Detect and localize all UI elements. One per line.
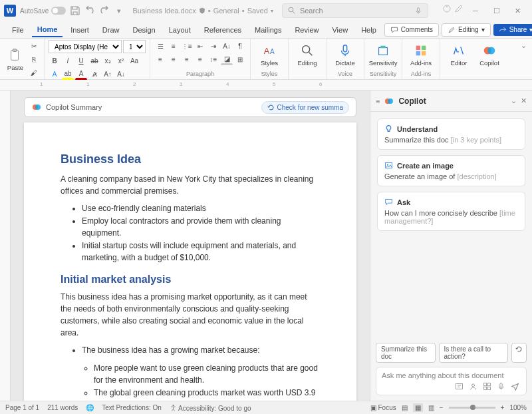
- align-center-button[interactable]: ≡: [168, 53, 180, 65]
- cut-icon[interactable]: ✂: [28, 40, 40, 52]
- show-marks-button[interactable]: ¶: [234, 40, 246, 52]
- persona-icon[interactable]: [469, 382, 477, 391]
- page-count[interactable]: Page 1 of 1: [5, 404, 39, 411]
- zoom-in-button[interactable]: +: [501, 404, 505, 411]
- align-right-button[interactable]: ≡: [181, 53, 193, 65]
- paragraph[interactable]: This business idea has a promising marke…: [61, 291, 320, 339]
- qat-dropdown-icon[interactable]: ▾: [114, 5, 124, 16]
- word-count[interactable]: 211 words: [47, 404, 78, 411]
- shading-button[interactable]: ◪: [221, 53, 233, 65]
- view-read-icon[interactable]: ▦: [413, 403, 423, 412]
- strikethrough-button[interactable]: ab: [88, 55, 100, 67]
- heading-1[interactable]: Business Idea: [61, 152, 320, 166]
- text-predictions[interactable]: Text Predictions: On: [102, 404, 161, 411]
- language-icon[interactable]: 🌐: [86, 404, 94, 411]
- addins-button[interactable]: Add-ins: [406, 42, 436, 68]
- grow-font-button[interactable]: A↑: [102, 68, 114, 80]
- tab-help[interactable]: Help: [356, 23, 382, 37]
- autosave-toggle[interactable]: AutoSave: [20, 7, 66, 15]
- focus-mode[interactable]: ▣ Focus: [370, 404, 396, 411]
- editor-button[interactable]: Editor: [444, 42, 473, 68]
- chip-call-to-action[interactable]: Is there a call to action?: [439, 343, 508, 363]
- document-title[interactable]: Business Idea.docx • General • Saved ▾: [132, 7, 273, 15]
- pencil-icon[interactable]: [454, 3, 464, 14]
- text-effects-button[interactable]: A: [49, 68, 61, 80]
- numbering-button[interactable]: ≡: [168, 40, 180, 52]
- collapse-ribbon-icon[interactable]: ⌄: [515, 39, 532, 79]
- styles-button[interactable]: AA Styles: [255, 42, 284, 68]
- tab-references[interactable]: References: [199, 23, 247, 37]
- tab-insert[interactable]: Insert: [65, 23, 94, 37]
- horizontal-ruler[interactable]: 1123456: [0, 80, 532, 91]
- mic-icon[interactable]: [497, 382, 505, 391]
- document-page[interactable]: Business Idea A cleaning company based i…: [24, 122, 356, 401]
- subscript-button[interactable]: x₂: [102, 55, 114, 67]
- superscript-button[interactable]: x²: [115, 55, 127, 67]
- align-left-button[interactable]: ≡: [154, 53, 166, 65]
- line-spacing-button[interactable]: ↕≡: [207, 53, 219, 65]
- tab-layout[interactable]: Layout: [164, 23, 196, 37]
- heading-2[interactable]: Initial market analysis: [61, 274, 320, 286]
- borders-button[interactable]: ⊞: [234, 53, 246, 65]
- tab-home[interactable]: Home: [32, 23, 63, 37]
- coming-soon-icon[interactable]: [442, 3, 452, 14]
- share-button[interactable]: Share ▾: [493, 24, 532, 36]
- clear-formatting-button[interactable]: A̷: [88, 68, 100, 80]
- editing-button[interactable]: Editing: [293, 42, 322, 68]
- shrink-font-button[interactable]: A↓: [115, 68, 127, 80]
- check-summary-button[interactable]: Check for new summa: [261, 101, 349, 114]
- accessibility-status[interactable]: Accessibility: Good to go: [170, 404, 251, 412]
- tab-file[interactable]: File: [7, 23, 29, 37]
- view-print-icon[interactable]: ▤: [402, 404, 408, 411]
- document-area[interactable]: Copilot Summary Check for new summa Busi…: [11, 91, 370, 401]
- bullets-button[interactable]: ☰: [154, 40, 166, 52]
- zoom-level[interactable]: 100%: [509, 404, 527, 411]
- list-item[interactable]: The business idea has a growing market b…: [82, 344, 320, 357]
- copilot-ribbon-button[interactable]: Copilot: [475, 42, 504, 68]
- paragraph[interactable]: A cleaning company based in New York Cit…: [61, 173, 320, 197]
- paste-button[interactable]: Paste: [4, 47, 27, 73]
- search-input[interactable]: Search: [282, 3, 428, 18]
- list-item[interactable]: The global green cleaning products marke…: [94, 387, 320, 401]
- view-web-icon[interactable]: ▥: [428, 404, 434, 411]
- list-item[interactable]: Use eco-friendly cleaning materials: [82, 202, 320, 215]
- copilot-card-ask[interactable]: Ask How can I more concisely describe [t…: [377, 192, 525, 231]
- refresh-chips-button[interactable]: [511, 343, 527, 363]
- font-color-button[interactable]: A: [75, 68, 87, 80]
- list-item[interactable]: Employ local contractors and provide the…: [82, 215, 320, 240]
- justify-button[interactable]: ≡: [194, 53, 206, 65]
- italic-button[interactable]: I: [62, 55, 74, 67]
- tab-draw[interactable]: Draw: [97, 23, 125, 37]
- copilot-card-image[interactable]: Create an image Generate an image of [de…: [377, 155, 525, 186]
- sort-button[interactable]: A↓: [221, 40, 233, 52]
- underline-button[interactable]: U: [75, 55, 87, 67]
- editing-mode-button[interactable]: Editing ▾: [442, 23, 491, 37]
- zoom-slider[interactable]: [449, 407, 495, 409]
- copilot-card-understand[interactable]: Understand Summarize this doc [in 3 key …: [377, 118, 525, 150]
- menu-icon[interactable]: ≡: [376, 97, 380, 105]
- save-icon[interactable]: [70, 5, 80, 16]
- zoom-out-button[interactable]: −: [440, 404, 444, 411]
- tab-review[interactable]: Review: [289, 23, 324, 37]
- list-item[interactable]: Initial startup costs will include equip…: [82, 240, 320, 264]
- sensitivity-button[interactable]: Sensitivity: [368, 42, 398, 68]
- toggle-switch-icon[interactable]: [51, 7, 66, 15]
- mic-icon[interactable]: [414, 7, 422, 15]
- grid-icon[interactable]: [483, 382, 491, 391]
- multilevel-button[interactable]: ⋮≡: [181, 40, 193, 52]
- format-painter-icon[interactable]: 🖌: [28, 67, 40, 79]
- copilot-summary-bar[interactable]: Copilot Summary Check for new summa: [24, 97, 356, 117]
- list-item[interactable]: More people want to use green cleaning p…: [94, 362, 320, 387]
- increase-indent-button[interactable]: ⇥: [207, 40, 219, 52]
- decrease-indent-button[interactable]: ⇤: [194, 40, 206, 52]
- send-icon[interactable]: [511, 382, 519, 391]
- bold-button[interactable]: B: [49, 55, 61, 67]
- chevron-down-icon[interactable]: ⌄: [511, 97, 517, 105]
- vertical-ruler[interactable]: [0, 91, 11, 401]
- dictate-button[interactable]: Dictate: [331, 42, 360, 68]
- close-button[interactable]: ✕: [508, 3, 528, 18]
- change-case-button[interactable]: Aa: [128, 55, 140, 67]
- copilot-input[interactable]: Ask me anything about this document: [376, 367, 527, 395]
- font-size-select[interactable]: 16: [123, 40, 146, 53]
- tab-mailings[interactable]: Mailings: [249, 23, 287, 37]
